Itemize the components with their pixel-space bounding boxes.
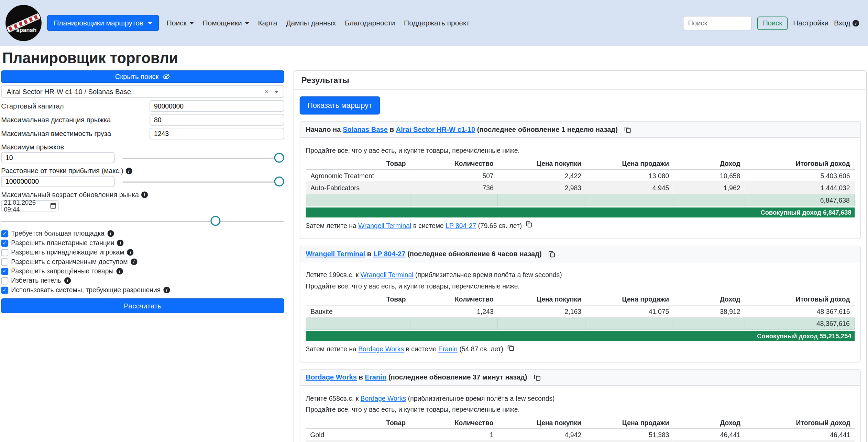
checkbox[interactable] (1, 286, 8, 294)
checkbox-row[interactable]: Использовать системы, требующие разрешен… (1, 286, 284, 294)
nav-item[interactable]: Помощники (198, 15, 254, 31)
login-info-icon[interactable]: i (853, 20, 859, 26)
checkbox[interactable] (1, 249, 8, 256)
column-header: Товар (306, 417, 410, 429)
search-button[interactable]: Поиск (757, 16, 788, 30)
slider-handle[interactable] (274, 152, 284, 162)
next-hop-note: Затем летите на Wrangell Terminal в сист… (306, 221, 855, 230)
form-input[interactable] (150, 128, 284, 139)
column-header: Цена покупки (498, 158, 586, 170)
search-input[interactable] (683, 16, 752, 30)
slider-handle[interactable] (211, 216, 221, 226)
system-link[interactable]: LP 804-27 (373, 250, 406, 258)
station-link[interactable]: Wrangell Terminal (358, 222, 411, 230)
cumulative-profit-bar: Совокупный доход 55,215,254 (306, 331, 855, 341)
checkbox[interactable] (1, 277, 8, 284)
chevron-down-icon (148, 22, 152, 24)
info-icon[interactable]: i (107, 230, 114, 237)
nav-item[interactable]: Карта (254, 15, 282, 31)
nav-item[interactable]: Благодарности (340, 15, 399, 31)
max-jumps-slider[interactable] (122, 152, 284, 163)
form-row: Стартовый капитал (1, 100, 284, 112)
form-input[interactable] (150, 100, 284, 112)
table-row: Bauxite1,243 2,16341,075 38,91248,367,61… (306, 305, 854, 317)
system-link[interactable]: Eranin (438, 345, 458, 353)
slider-track (122, 181, 284, 182)
checkbox-row[interactable]: Разрешить запрещённые товары i (1, 267, 284, 275)
info-icon[interactable]: i (125, 168, 132, 174)
cumulative-profit-bar: Совокупный доход 6,847,638 (306, 207, 855, 217)
info-icon[interactable]: i (141, 192, 147, 198)
table-row: Agronomic Treatment507 2,42213,080 10,65… (306, 170, 854, 182)
calendar-icon[interactable] (51, 203, 56, 208)
form-row: Максимальная вместимость груза (1, 128, 284, 139)
fly-note: Летите 658св.с. к Bordage Works (приблиз… (306, 395, 855, 403)
info-icon[interactable]: i (131, 259, 137, 265)
copy-icon[interactable] (624, 126, 631, 133)
copy-icon[interactable] (507, 344, 514, 351)
nav-item[interactable]: Дампы данных (282, 15, 340, 31)
checkbox-row[interactable]: Разрешить планетарные станции i (1, 239, 284, 247)
table-row: Beryllium1 4,00943,092 39,08339,083 (306, 441, 855, 442)
info-icon[interactable]: i (117, 240, 124, 246)
hide-search-button[interactable]: Скрыть поиск (1, 70, 284, 83)
system-link[interactable]: Eranin (365, 374, 387, 382)
system-link[interactable]: Alrai Sector HR-W c1-10 (396, 126, 475, 134)
trade-table: ТоварКоличествоЦена покупкиЦена продажиД… (306, 417, 855, 442)
copy-icon[interactable] (534, 374, 540, 381)
trade-table: ТоварКоличествоЦена покупкиЦена продажиД… (306, 293, 855, 330)
login-link[interactable]: Вход i (834, 19, 859, 27)
checkbox[interactable] (1, 230, 8, 237)
station-link[interactable]: Wrangell Terminal (361, 271, 414, 279)
copy-icon[interactable] (548, 250, 555, 258)
station-link[interactable]: Bordage Works (306, 374, 356, 382)
show-route-button[interactable]: Показать маршрут (300, 96, 380, 114)
settings-link[interactable]: Настройки (793, 19, 828, 27)
form-input[interactable] (150, 114, 284, 126)
system-station-select[interactable]: Alrai Sector HR-W c1-10 / Solanas Base × (1, 85, 284, 98)
checkbox-row[interactable]: Избегать петель i (1, 277, 284, 285)
arrival-distance-input[interactable] (1, 176, 114, 187)
info-icon[interactable]: i (64, 277, 70, 284)
column-header: Доход (673, 417, 745, 429)
column-header: Количество (410, 158, 498, 170)
results-card: Результаты Показать маршрут Начало на So… (294, 70, 867, 442)
nav-item[interactable]: Поддержать проект (399, 15, 474, 31)
column-header: Товар (306, 293, 410, 305)
column-header: Цена продажи (586, 158, 673, 170)
calculate-button[interactable]: Рассчитать (1, 298, 284, 314)
market-age-input[interactable]: 21.01.2026 09:44 (1, 200, 59, 211)
sell-note: Продайте все, что у вас есть, и купите т… (306, 406, 855, 413)
station-link[interactable]: Solanas Base (343, 126, 388, 134)
station-link[interactable]: Wrangell Terminal (306, 250, 365, 258)
checkbox-row[interactable]: Требуется большая площадка i (1, 230, 284, 238)
chevron-down-icon (245, 22, 249, 24)
slider-track (1, 221, 284, 222)
route-step-header: Bordage Works в Eranin (последнее обновл… (300, 370, 860, 386)
checkbox[interactable] (1, 239, 8, 247)
checkbox[interactable] (1, 258, 8, 265)
max-jumps-input[interactable] (1, 152, 114, 163)
info-icon[interactable]: i (117, 268, 123, 274)
arrival-distance-slider[interactable] (122, 176, 284, 187)
sell-note: Продайте все, что у вас есть, и купите т… (306, 147, 855, 155)
route-planners-dropdown[interactable]: Планировщики маршрутов (47, 15, 159, 31)
arrival-distance-label: Расстояние от точки прибытия (макс.) i (1, 167, 284, 175)
slider-handle[interactable] (274, 176, 284, 186)
next-hop-note: Затем летите на Bordage Works в системе … (306, 344, 855, 353)
nav-item[interactable]: Поиск (162, 15, 198, 31)
system-link[interactable]: LP 804-27 (446, 222, 476, 230)
station-link[interactable]: Bordage Works (361, 395, 406, 403)
copy-icon[interactable] (526, 221, 532, 228)
checkbox-row[interactable]: Разрешить с ограниченным доступом i (1, 258, 284, 266)
fly-note: Летите 199св.с. к Wrangell Terminal (при… (306, 271, 855, 279)
market-age-slider[interactable] (1, 216, 284, 226)
spansh-logo[interactable]: spansh (6, 5, 42, 41)
route-step-header: Начало на Solanas Base в Alrai Sector HR… (300, 122, 860, 138)
checkbox[interactable] (1, 268, 8, 275)
station-link[interactable]: Bordage Works (358, 345, 404, 353)
checkbox-row[interactable]: Разрешить принадлежащие игрокам i (1, 249, 284, 257)
info-icon[interactable]: i (163, 287, 170, 293)
clear-icon[interactable]: × (264, 88, 268, 96)
info-icon[interactable]: i (127, 249, 133, 256)
